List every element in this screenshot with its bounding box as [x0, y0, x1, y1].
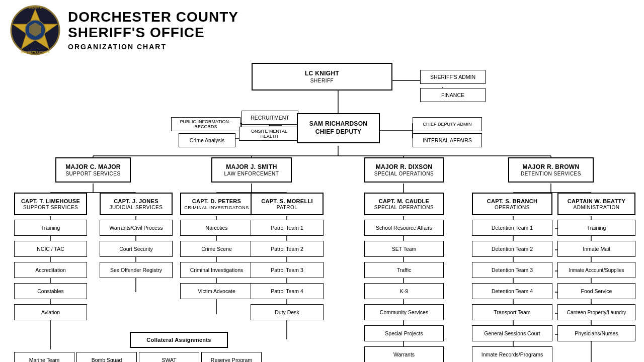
morelli-unit-0: Patrol Team 1	[251, 220, 324, 236]
crime-analysis-label: Crime Analysis	[190, 137, 224, 143]
limehouse-unit-2-label: Accreditation	[35, 267, 66, 273]
capt-caudle-title: SPECIAL OPERATIONS	[374, 205, 434, 210]
capt-branch-title: OPERATIONS	[495, 205, 530, 210]
limehouse-unit-4-label: Aviation	[41, 309, 60, 315]
collateral-box: Collateral Assignments	[130, 332, 228, 348]
caudle-unit-4-label: Community Services	[380, 309, 428, 315]
org-name-line2: SHERIFF'S OFFICE	[68, 25, 238, 41]
jones-unit-0: Warrants/Civil Process	[100, 220, 173, 236]
branch-unit-2: Detention Team 3	[472, 262, 552, 278]
beatty-unit-3: Food Service	[557, 283, 635, 299]
peters-unit-3-label: Victim Advocate	[198, 288, 235, 294]
branch-unit-0: Detention Team 1	[472, 220, 552, 236]
internal-affairs-label: INTERNAL AFFAIRS	[423, 137, 472, 143]
caudle-unit-6-label: Warrants	[393, 351, 415, 357]
branch-unit-1: Detention Team 2	[472, 241, 552, 257]
collateral-swat: SWAT	[139, 352, 199, 362]
beatty-unit-5: Physicians/Nurses	[557, 325, 635, 341]
header: DORCHESTER COUNTY SHERIFF'S DORCHESTER C…	[0, 0, 644, 60]
capt-morelli-box: CAPT. S. MORELLI PATROL	[251, 193, 324, 215]
beatty-unit-0: Training	[557, 220, 635, 236]
capt-peters-box: CAPT. D. PETERS CRIMINAL INVESTIGATONS	[180, 193, 253, 215]
beatty-unit-3-label: Food Service	[581, 288, 612, 294]
caudle-unit-1: SET Team	[364, 241, 444, 257]
limehouse-unit-0-label: Training	[41, 225, 60, 231]
capt-branch-box: CAPT. S. BRANCH OPERATIONS	[472, 193, 552, 215]
limehouse-unit-4: Aviation	[14, 304, 87, 320]
caudle-unit-0-label: School Resource Affairs	[376, 225, 432, 231]
branch-unit-4: Transport Team	[472, 304, 552, 320]
branch-unit-3: Detention Team 4	[472, 283, 552, 299]
major-brown-name: MAJOR R. BROWN	[523, 163, 580, 171]
peters-unit-3: Victim Advocate	[180, 283, 253, 299]
caudle-unit-3: K-9	[364, 283, 444, 299]
limehouse-unit-0: Training	[14, 220, 87, 236]
recruitment-box: RECRUITMENT	[242, 111, 298, 125]
morelli-unit-4: Duty Desk	[251, 304, 324, 320]
collateral-bomb-label: Bomb Squad	[92, 357, 122, 362]
chief-deputy-admin-box: CHIEF DEPUTY ADMIN	[413, 117, 482, 131]
org-chart: LC KNIGHT SHERIFF SHERIFF'S ADMIN FINANC…	[0, 58, 644, 362]
major-j-smith-box: MAJOR J. SMITH LAW ENFORCEMENT	[211, 157, 292, 183]
capt-beatty-title: ADMINISTRATION	[574, 205, 620, 210]
sheriff-box: LC KNIGHT SHERIFF	[252, 63, 392, 90]
header-text: DORCHESTER COUNTY SHERIFF'S OFFICE ORGAN…	[68, 10, 238, 51]
major-brown-box: MAJOR R. BROWN DETENTION SERVICES	[508, 157, 594, 183]
peters-unit-1-label: Crime Scene	[201, 246, 232, 252]
recruitment-label: RECRUITMENT	[251, 115, 289, 121]
branch-unit-6: Inmate Records/Programs	[472, 346, 552, 362]
jones-unit-0-label: Warrants/Civil Process	[110, 225, 163, 231]
collateral-marine: Marine Team	[14, 352, 74, 362]
sheriffs-admin-box: SHERIFF'S ADMIN	[420, 70, 486, 84]
peters-unit-2-label: Criminal Investigations	[190, 267, 244, 273]
beatty-unit-1-label: Inmate Mail	[583, 246, 610, 252]
branch-unit-5: General Sessions Court	[472, 325, 552, 341]
capt-limehouse-title: SUPPORT SERVICES	[23, 205, 78, 210]
morelli-unit-2-label: Patrol Team 3	[271, 267, 303, 273]
beatty-unit-0-label: Training	[587, 225, 606, 231]
branch-unit-5-label: General Sessions Court	[484, 330, 540, 336]
sheriff-title: SHERIFF	[310, 78, 334, 83]
jones-unit-2: Sex Offender Registry	[100, 262, 173, 278]
capt-morelli-title: PATROL	[277, 205, 298, 210]
caudle-unit-5: Special Projects	[364, 325, 444, 341]
capt-caudle-box: CAPT. M. CAUDLE SPECIAL OPERATIONS	[364, 193, 444, 215]
capt-peters-name: CAPT. D. PETERS	[192, 198, 241, 205]
collateral-reserve: Reserve Program	[201, 352, 262, 362]
capt-branch-name: CAPT. S. BRANCH	[487, 198, 537, 205]
limehouse-unit-1: NCIC / TAC	[14, 241, 87, 257]
capt-jones-title: JUDICIAL SERVICES	[110, 205, 163, 210]
chief-deputy-admin-label: CHIEF DEPUTY ADMIN	[423, 122, 472, 127]
jones-unit-1-label: Court Security	[119, 246, 153, 252]
finance-box: FINANCE	[420, 88, 486, 102]
major-dixson-box: MAJOR R. DIXSON SPECIAL OPERATIONS	[364, 157, 444, 183]
limehouse-unit-3: Constables	[14, 283, 87, 299]
collateral-reserve-label: Reserve Program	[211, 357, 252, 362]
caudle-unit-1-label: SET Team	[392, 246, 417, 252]
caudle-unit-2-label: Traffic	[397, 267, 412, 273]
jones-unit-2-label: Sex Offender Registry	[110, 267, 162, 273]
logo: DORCHESTER COUNTY SHERIFF'S	[10, 5, 60, 55]
major-c-major-box: MAJOR C. MAJOR SUPPORT SERVICES	[55, 157, 131, 183]
beatty-unit-4: Canteen Property/Laundry	[557, 304, 635, 320]
collateral-marine-label: Marine Team	[29, 357, 60, 362]
chief-deputy-name2: CHIEF DEPUTY	[315, 128, 362, 136]
branch-unit-1-label: Detention Team 2	[492, 246, 533, 252]
branch-unit-3-label: Detention Team 4	[492, 288, 533, 294]
limehouse-unit-3-label: Constables	[37, 288, 64, 294]
beatty-unit-1: Inmate Mail	[557, 241, 635, 257]
collateral-swat-label: SWAT	[162, 357, 176, 362]
public-info-label: PUBLIC INFORMATION - RECORDS	[175, 119, 237, 129]
chief-deputy-box: SAM RICHARDSON CHIEF DEPUTY	[297, 113, 380, 143]
jones-unit-1: Court Security	[100, 241, 173, 257]
limehouse-unit-2: Accreditation	[14, 262, 87, 278]
major-dixson-title: SPECIAL OPERATIONS	[374, 171, 434, 176]
collateral-bomb: Bomb Squad	[76, 352, 137, 362]
chart-label: ORGANIZATION CHART	[68, 43, 238, 51]
branch-unit-0-label: Detention Team 1	[492, 225, 533, 231]
caudle-unit-5-label: Special Projects	[385, 330, 423, 336]
capt-beatty-name: CAPTAIN W. BEATTY	[568, 198, 625, 205]
sheriffs-admin-label: SHERIFF'S ADMIN	[430, 74, 475, 80]
page: DORCHESTER COUNTY SHERIFF'S DORCHESTER C…	[0, 0, 644, 362]
morelli-unit-1: Patrol Team 2	[251, 241, 324, 257]
